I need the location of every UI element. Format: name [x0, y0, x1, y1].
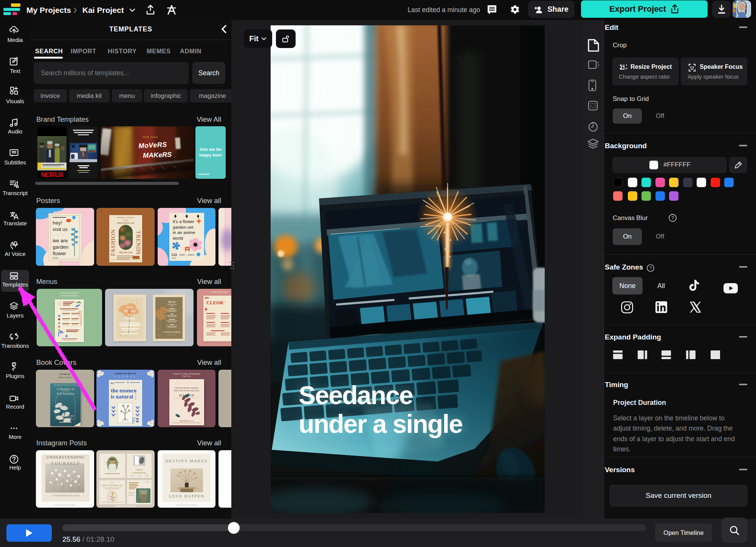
svg-text:20 . 11 . 22: 20 . 11 . 22	[168, 334, 176, 336]
svg-text:MENU: MENU	[167, 301, 176, 304]
svg-text:Deviana and Nakula: Deviana and Nakula	[163, 331, 180, 333]
svg-text:?: ?	[649, 266, 652, 270]
svg-text:We the: We the	[127, 306, 133, 308]
svg-text:?: ?	[671, 215, 674, 221]
